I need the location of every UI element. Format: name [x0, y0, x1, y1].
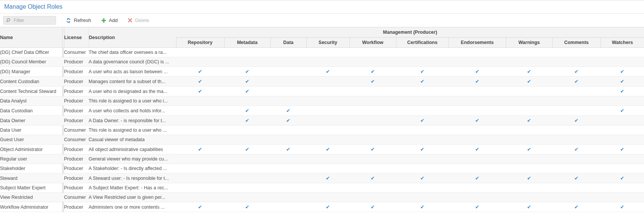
plus-icon [101, 18, 106, 23]
check-cell [270, 57, 306, 67]
check-icon: ✔ [475, 69, 479, 74]
column-header-certifications[interactable]: Certifications [396, 38, 449, 48]
table-row[interactable]: StakeholderProducerA Stakeholder: - Is d… [0, 164, 644, 173]
check-cell [224, 126, 270, 135]
cell-description: A Stakeholder: - Is directly affected ..… [89, 164, 176, 173]
check-cell: ✔ [306, 145, 349, 154]
check-icon: ✔ [620, 108, 624, 113]
refresh-button[interactable]: Refresh [66, 18, 91, 23]
check-icon: ✔ [420, 118, 424, 123]
cell-description: A View Restricted user is given per... [89, 193, 176, 202]
check-cell [449, 183, 506, 193]
table-row[interactable]: (DG) Chief Data OfficerConsumerThe chief… [0, 48, 644, 57]
check-cell [552, 96, 600, 106]
check-icon: ✔ [527, 79, 531, 84]
table-row[interactable]: Subject Matter ExpertProducerA Subject M… [0, 183, 644, 193]
check-cell [552, 154, 600, 164]
cell-description: A Subject Matter Expert: - Has a rec... [89, 183, 176, 193]
table-row[interactable]: Data UserConsumerThis role is assigned t… [0, 126, 644, 135]
table-row[interactable]: (DG) ManagerProducerA user who acts as l… [0, 67, 644, 77]
column-header-repository[interactable]: Repository [176, 38, 224, 48]
check-cell: ✔ [349, 145, 396, 154]
check-cell [506, 87, 552, 96]
cell-license: Producer [64, 202, 89, 212]
check-cell: ✔ [270, 106, 306, 116]
table-row[interactable]: Guest UserConsumerCasual viewer of metad… [0, 135, 644, 145]
check-cell [349, 87, 396, 96]
cell-description: A Data Owner: - is responsible for t... [89, 116, 176, 126]
table-row[interactable]: (DG) Council MemberProducerA data govern… [0, 57, 644, 67]
check-cell: ✔ [306, 173, 349, 183]
table-row[interactable]: Workflow AdministratorProducerAdminister… [0, 202, 644, 212]
column-header-description[interactable]: Description [89, 27, 176, 48]
check-cell: ✔ [600, 145, 644, 154]
table-row[interactable]: Data AnalystProducerThis role is assigne… [0, 96, 644, 106]
cell-name: Data Analyst [0, 96, 62, 106]
cell-license: Consumer [64, 48, 89, 57]
check-cell [506, 106, 552, 116]
check-icon: ✔ [527, 146, 531, 152]
column-header-watchers[interactable]: Watchers [600, 38, 644, 48]
check-cell: ✔ [449, 67, 506, 77]
check-cell [506, 126, 552, 135]
check-icon: ✔ [198, 69, 202, 74]
check-cell [449, 126, 506, 135]
table-row[interactable]: Data OwnerProducerA Data Owner: - is res… [0, 116, 644, 126]
check-cell [224, 96, 270, 106]
column-header-workflow[interactable]: Workflow [349, 38, 396, 48]
table-row[interactable]: Content CustodianProducerManages content… [0, 77, 644, 87]
add-button[interactable]: Add [101, 18, 118, 23]
check-cell [396, 87, 449, 96]
check-icon: ✔ [245, 146, 249, 152]
check-cell: ✔ [176, 67, 224, 77]
check-cell [306, 116, 349, 126]
check-icon: ✔ [371, 69, 375, 74]
check-icon: ✔ [574, 69, 579, 74]
column-header-data[interactable]: Data [270, 38, 306, 48]
table-row[interactable]: Data CustodianProducerA user who collect… [0, 106, 644, 116]
delete-button[interactable]: Delete [128, 18, 150, 23]
check-icon: ✔ [286, 146, 290, 152]
column-header-name[interactable]: Name [0, 27, 62, 48]
check-cell [270, 154, 306, 164]
check-cell [176, 154, 224, 164]
table-row[interactable]: Regular userProducerGeneral viewer who m… [0, 154, 644, 164]
check-cell [396, 135, 449, 145]
cell-name: Steward [0, 173, 62, 183]
column-header-metadata[interactable]: Metadata [224, 38, 270, 48]
title-bar: Manage Object Roles [0, 0, 644, 14]
filter-box[interactable] [3, 16, 56, 25]
check-icon: ✔ [574, 146, 579, 152]
check-cell: ✔ [224, 87, 270, 96]
cell-license: Producer [64, 154, 89, 164]
check-cell [270, 164, 306, 173]
check-cell [270, 183, 306, 193]
check-cell [306, 57, 349, 67]
table-row[interactable]: StewardProducerA Steward user: - Is resp… [0, 173, 644, 183]
table-row[interactable]: Object AdministratorProducerAll object a… [0, 145, 644, 154]
check-cell [349, 164, 396, 173]
column-header-comments[interactable]: Comments [552, 38, 600, 48]
check-cell [270, 48, 306, 57]
table-row[interactable]: View RestrictedConsumerA View Restricted… [0, 193, 644, 202]
filter-input[interactable] [13, 17, 53, 24]
check-cell [306, 87, 349, 96]
check-cell: ✔ [600, 87, 644, 96]
check-cell: ✔ [270, 116, 306, 126]
column-header-warnings[interactable]: Warnings [506, 38, 552, 48]
cell-name: Data Owner [0, 116, 62, 126]
check-cell [552, 57, 600, 67]
check-cell: ✔ [600, 67, 644, 77]
check-icon: ✔ [527, 204, 531, 210]
check-cell [600, 96, 644, 106]
column-header-security[interactable]: Security [306, 38, 349, 48]
cell-license: Producer [64, 173, 89, 183]
cell-name: Object Administrator [0, 145, 62, 154]
column-header-endorsements[interactable]: Endorsements [449, 38, 506, 48]
check-cell [224, 57, 270, 67]
check-cell: ✔ [349, 173, 396, 183]
column-header-license[interactable]: License [64, 27, 89, 48]
check-icon: ✔ [574, 175, 579, 181]
check-cell [449, 87, 506, 96]
table-row[interactable]: Content Technical StewardProducerA user … [0, 87, 644, 96]
